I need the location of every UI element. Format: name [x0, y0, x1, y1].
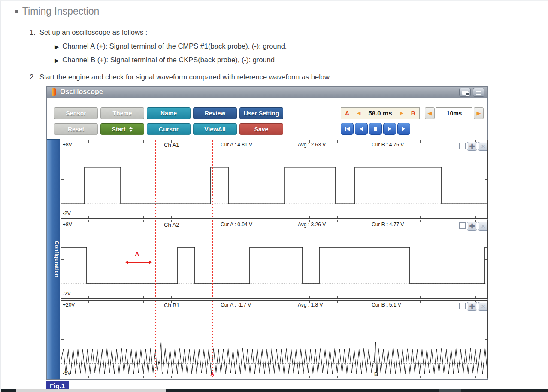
average-value-label: Avg : 2.63 V	[298, 142, 326, 148]
page: ■ Timing Inspection 1.Set up an oscillos…	[0, 0, 548, 392]
channel-panel-ch-a2: +8VCh A2Cur A : 0.04 VAvg : 3.26 VCur B …	[61, 220, 488, 299]
bullet-triangle-icon: ▶	[55, 58, 59, 64]
cursor-b-bottom-label: B	[374, 371, 378, 377]
close-icon[interactable]: ✕	[478, 302, 488, 311]
red-cursor-line[interactable]	[212, 140, 213, 218]
bullet-text: Channel B (+): Signal terminal of the CK…	[62, 56, 275, 64]
voltage-top-label: +20V	[63, 302, 75, 308]
channel-checkbox[interactable]	[459, 143, 466, 149]
cursor-b-line[interactable]	[376, 301, 376, 378]
red-cursor-line[interactable]	[121, 140, 121, 218]
cursor-b-value-label: Cur B : 5.1 V	[372, 302, 401, 308]
voltage-bottom-label: -2V	[63, 210, 71, 216]
waveform-plot	[61, 301, 487, 378]
voltage-bottom-label: -5V	[63, 370, 71, 376]
red-cursor-line[interactable]	[121, 220, 121, 298]
bullet-item: ▶Channel A (+): Signal terminal of the C…	[55, 40, 287, 53]
app-icon	[52, 88, 56, 96]
bullet-item: ▶Channel B (+): Signal terminal of the C…	[55, 53, 287, 67]
cursor-b-value-label: Cur B : 4.76 V	[372, 142, 404, 148]
voltage-top-label: +8V	[63, 142, 72, 148]
period-a-double-arrow-icon	[125, 261, 152, 264]
step-number: 2.	[30, 73, 39, 81]
oscilloscope-window: Oscilloscope SensorThemeNameReviewUser S…	[46, 86, 488, 380]
red-cursor-line[interactable]	[212, 220, 213, 298]
scrollbar-segment	[439, 389, 461, 392]
waveform-plot	[61, 220, 487, 299]
section-title: ■ Timing Inspection	[15, 6, 99, 17]
channel-name-label: Ch A2	[164, 222, 179, 228]
instruction-list: 1.Set up an oscilloscope as follows :▶Ch…	[30, 28, 523, 87]
cursor-a-value-label: Cur A : 0.04 V	[221, 222, 252, 228]
bullet-text: Channel A (+): Signal terminal of the CM…	[62, 42, 287, 50]
plus-icon[interactable]: ✚	[467, 222, 477, 231]
section-marker-icon: ■	[15, 9, 18, 14]
waveform-plot	[61, 140, 487, 219]
instruction-step: 2.Start the engine and check for signal …	[30, 73, 523, 81]
average-value-label: Avg : 3.26 V	[298, 222, 326, 228]
cursor-a-bottom-label: A	[210, 371, 214, 377]
channel-name-label: Ch A1	[164, 142, 179, 148]
plus-icon[interactable]: ✚	[467, 302, 477, 311]
red-cursor-line[interactable]	[155, 220, 156, 298]
instruction-step: 1.Set up an oscilloscope as follows :▶Ch…	[30, 28, 523, 67]
channel-name-label: Ch B1	[164, 302, 179, 308]
section-title-text: Timing Inspection	[22, 6, 99, 17]
cursor-b-line[interactable]	[376, 140, 376, 218]
voltage-bottom-label: -2V	[63, 291, 71, 297]
step-number: 1.	[30, 28, 39, 67]
cursor-a-value-label: Cur A : -1.7 V	[221, 302, 251, 308]
step-text: Start the engine and check for signal wa…	[39, 73, 331, 81]
red-cursor-line[interactable]	[212, 301, 213, 378]
channel-panel-ch-a1: +8VCh A1Cur A : 4.81 VAvg : 2.63 VCur B …	[61, 140, 488, 219]
average-value-label: Avg : 1.8 V	[298, 302, 323, 308]
red-cursor-line[interactable]	[155, 140, 156, 218]
period-a-label: A	[135, 250, 139, 258]
cursor-b-line[interactable]	[376, 220, 376, 298]
scrollbar-thumb[interactable]	[16, 389, 166, 392]
configuration-tab[interactable]: Configuration	[47, 139, 60, 379]
channel-checkbox[interactable]	[459, 303, 466, 309]
voltage-top-label: +8V	[63, 222, 72, 228]
channel-panels: +8VCh A1Cur A : 4.81 VAvg : 2.63 VCur B …	[61, 87, 488, 380]
cursor-b-value-label: Cur B : 4.77 V	[372, 222, 404, 228]
bullet-triangle-icon: ▶	[55, 44, 59, 50]
cursor-a-value-label: Cur A : 4.81 V	[221, 142, 252, 148]
channel-panel-ch-b1: +20VCh B1Cur A : -1.7 VAvg : 1.8 VCur B …	[61, 300, 488, 378]
red-cursor-line[interactable]	[155, 301, 156, 378]
close-icon[interactable]: ✕	[478, 142, 488, 151]
close-icon[interactable]: ✕	[478, 222, 488, 231]
plus-icon[interactable]: ✚	[467, 142, 477, 151]
red-cursor-line[interactable]	[121, 301, 121, 378]
step-text: Set up an oscilloscope as follows :	[39, 28, 287, 36]
channel-checkbox[interactable]	[459, 222, 466, 229]
